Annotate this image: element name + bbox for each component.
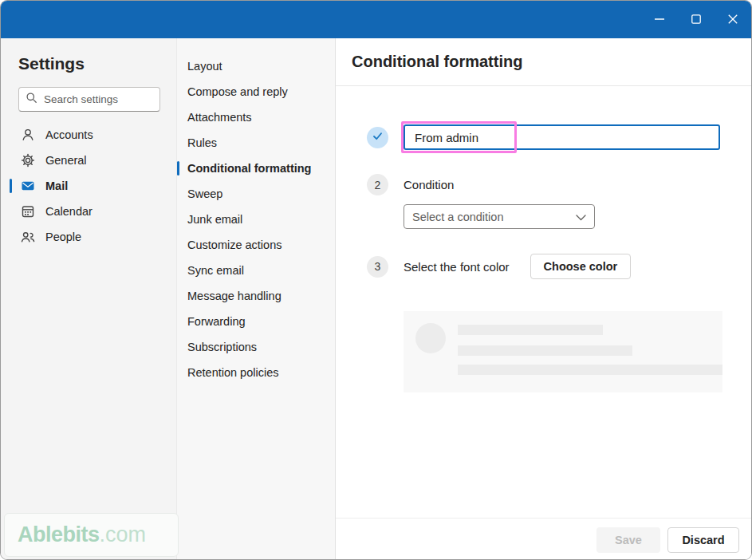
minimize-button[interactable] [641, 1, 678, 38]
gear-icon [21, 153, 35, 168]
sidebar-item-label: People [45, 231, 81, 243]
maximize-icon [691, 13, 701, 27]
sidebar-item-people[interactable]: People [1, 224, 176, 250]
text-line-placeholder [458, 365, 722, 375]
nav-item-label: Retention policies [187, 366, 278, 379]
sidebar-item-mail[interactable]: Mail [1, 173, 176, 199]
nav-item-forwarding[interactable]: Forwarding [177, 309, 335, 334]
sidebar-item-accounts[interactable]: Accounts [1, 122, 176, 148]
condition-dropdown-value: Select a condition [412, 211, 503, 223]
nav-item-junk-email[interactable]: Junk email [177, 207, 335, 232]
nav-item-message-handling[interactable]: Message handling [177, 283, 335, 309]
selected-indicator [177, 161, 179, 175]
nav-item-conditional-formatting[interactable]: Conditional formatting [177, 156, 335, 181]
maximize-button[interactable] [678, 1, 715, 38]
nav-item-retention-policies[interactable]: Retention policies [177, 360, 335, 385]
nav-item-label: Subscriptions [187, 341, 257, 353]
pane-header: Conditional formatting [336, 38, 751, 86]
sidebar: Settings Accounts [1, 38, 177, 560]
nav-item-label: Compose and reply [187, 85, 288, 98]
condition-label: Condition [404, 178, 454, 191]
close-icon [728, 13, 738, 27]
nav-item-label: Conditional formatting [187, 162, 311, 175]
save-button[interactable]: Save [596, 527, 660, 553]
people-icon [21, 230, 35, 244]
text-line-placeholder [458, 345, 632, 356]
nav-item-label: Sync email [187, 264, 244, 277]
font-color-label: Select the font color [404, 260, 510, 274]
mail-icon [21, 179, 35, 193]
sidebar-nav: Accounts [1, 122, 176, 250]
close-button[interactable] [715, 1, 751, 38]
nav-item-customize-actions[interactable]: Customize actions [177, 232, 335, 258]
nav-item-layout[interactable]: Layout [177, 53, 335, 79]
watermark-suffix: .com [100, 523, 147, 547]
search-icon [26, 92, 37, 107]
rule-name-input[interactable] [404, 124, 720, 150]
step-number: 2 [375, 179, 381, 191]
settings-body: Settings Accounts [1, 38, 751, 560]
calendar-icon [21, 204, 35, 219]
mail-settings-nav: Layout Compose and reply Attachments Rul… [177, 38, 336, 560]
nav-item-label: Forwarding [187, 315, 246, 328]
nav-item-compose-and-reply[interactable]: Compose and reply [177, 79, 335, 105]
step-number: 3 [375, 260, 381, 273]
nav-item-label: Rules [187, 136, 217, 149]
settings-title: Settings [18, 53, 176, 75]
step-1-row [367, 124, 751, 150]
sidebar-item-general[interactable]: General [1, 148, 176, 173]
step-2-badge: 2 [367, 174, 388, 195]
nav-item-label: Layout [187, 60, 222, 73]
minimize-icon [655, 13, 664, 27]
avatar-placeholder [415, 323, 446, 353]
nav-item-label: Junk email [187, 213, 242, 226]
choose-color-button[interactable]: Choose color [530, 254, 632, 279]
sidebar-item-calendar[interactable]: Calendar [1, 199, 176, 224]
checkmark-icon [372, 130, 384, 144]
page-title: Conditional formatting [352, 53, 522, 71]
nav-item-sync-email[interactable]: Sync email [177, 258, 335, 283]
step-2-row: 2 Condition [367, 174, 751, 195]
person-icon [21, 128, 35, 142]
search-input[interactable] [42, 93, 153, 106]
chevron-down-icon [576, 210, 586, 224]
nav-item-label: Message handling [187, 290, 282, 302]
nav-item-subscriptions[interactable]: Subscriptions [177, 334, 335, 360]
titlebar [1, 1, 751, 38]
sidebar-item-label: Mail [45, 179, 68, 192]
nav-item-attachments[interactable]: Attachments [177, 105, 335, 130]
settings-window: Settings Accounts [0, 0, 752, 560]
sidebar-item-label: Accounts [45, 128, 93, 141]
conditional-formatting-pane: Conditional formatting 2 Co [336, 38, 751, 560]
step-3-row: 3 Select the font color Choose color [367, 254, 751, 279]
message-preview-skeleton [404, 311, 722, 392]
discard-button[interactable]: Discard [667, 527, 739, 553]
condition-dropdown[interactable]: Select a condition [404, 204, 595, 229]
text-line-placeholder [458, 325, 603, 335]
step-1-completed-badge [367, 127, 388, 148]
sidebar-item-label: General [45, 154, 87, 167]
ablebits-watermark: Ablebits.com [4, 513, 179, 557]
selected-indicator [10, 179, 12, 193]
watermark-brand: Ablebits [18, 523, 100, 547]
pane-footer: Save Discard [336, 518, 751, 560]
search-box[interactable] [18, 87, 160, 112]
rule-name-input-wrap [404, 124, 720, 150]
nav-item-rules[interactable]: Rules [177, 130, 335, 156]
nav-item-label: Customize actions [187, 239, 282, 251]
nav-item-label: Sweep [187, 187, 222, 200]
step-3-badge: 3 [367, 256, 388, 278]
nav-item-label: Attachments [187, 111, 252, 124]
nav-item-sweep[interactable]: Sweep [177, 181, 335, 207]
sidebar-item-label: Calendar [45, 205, 93, 218]
